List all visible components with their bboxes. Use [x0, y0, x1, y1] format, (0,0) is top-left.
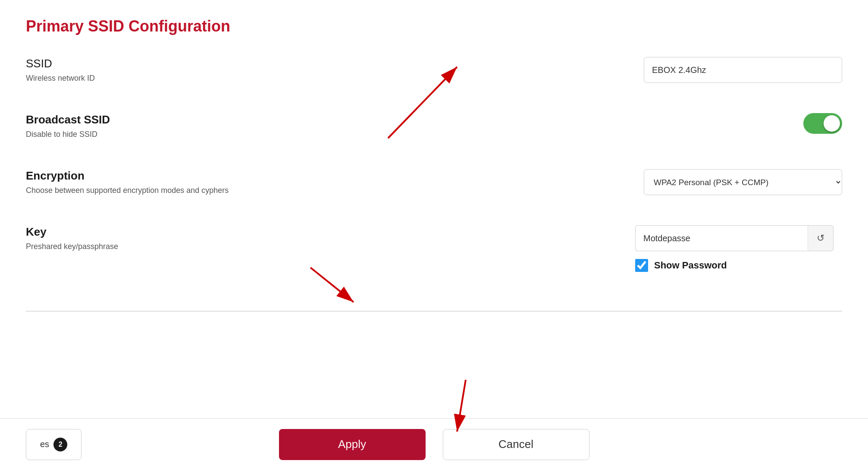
ssid-description: Wireless network ID — [26, 74, 635, 83]
key-label-group: Key Preshared key/passphrase — [26, 225, 635, 251]
ssid-section: SSID Wireless network ID — [26, 57, 842, 91]
show-password-label[interactable]: Show Password — [654, 260, 727, 271]
bottom-left-area: es 2 — [0, 429, 81, 460]
ssid-input[interactable] — [644, 57, 842, 83]
key-input-group: ↺ — [635, 225, 834, 251]
broadcast-ssid-toggle[interactable] — [803, 113, 842, 134]
broadcast-ssid-control — [635, 113, 842, 134]
show-password-checkbox[interactable] — [635, 259, 648, 272]
encryption-description: Choose between supported encryption mode… — [26, 186, 635, 195]
broadcast-ssid-description: Disable to hide SSID — [26, 130, 635, 139]
apply-button[interactable]: Apply — [279, 429, 426, 460]
show-password-row: Show Password — [635, 259, 727, 272]
key-section: Key Preshared key/passphrase ↺ Show Pass… — [26, 225, 842, 281]
encryption-section: Encryption Choose between supported encr… — [26, 169, 842, 204]
key-section-control: ↺ Show Password — [635, 225, 842, 272]
page-title: Primary SSID Configuration — [26, 17, 842, 35]
ssid-label-group: SSID Wireless network ID — [26, 57, 635, 83]
cancel-button[interactable]: Cancel — [443, 429, 589, 460]
encryption-control: WPA2 Personal (PSK + CCMP) WPA Personal … — [635, 169, 842, 195]
toggle-slider — [803, 113, 842, 134]
key-description: Preshared key/passphrase — [26, 242, 635, 251]
broadcast-ssid-section: Broadcast SSID Disable to hide SSID — [26, 113, 842, 148]
refresh-key-button[interactable]: ↺ — [808, 225, 834, 251]
bottom-bar: es 2 Apply Cancel — [0, 418, 868, 470]
key-label: Key — [26, 225, 635, 239]
ssid-control — [635, 57, 842, 83]
refresh-icon: ↺ — [817, 233, 824, 244]
broadcast-ssid-label: Broadcast SSID — [26, 113, 635, 126]
badge-count: 2 — [53, 438, 67, 451]
encryption-label: Encryption — [26, 169, 635, 183]
encryption-label-group: Encryption Choose between supported encr… — [26, 169, 635, 195]
badge-button[interactable]: es 2 — [26, 429, 81, 460]
section-divider — [26, 311, 842, 312]
encryption-select[interactable]: WPA2 Personal (PSK + CCMP) WPA Personal … — [644, 169, 842, 195]
key-input[interactable] — [635, 225, 808, 251]
badge-label: es — [40, 439, 49, 449]
broadcast-label-group: Broadcast SSID Disable to hide SSID — [26, 113, 635, 139]
main-container: Primary SSID Configuration SSID Wireless… — [0, 0, 868, 470]
ssid-label: SSID — [26, 57, 635, 70]
